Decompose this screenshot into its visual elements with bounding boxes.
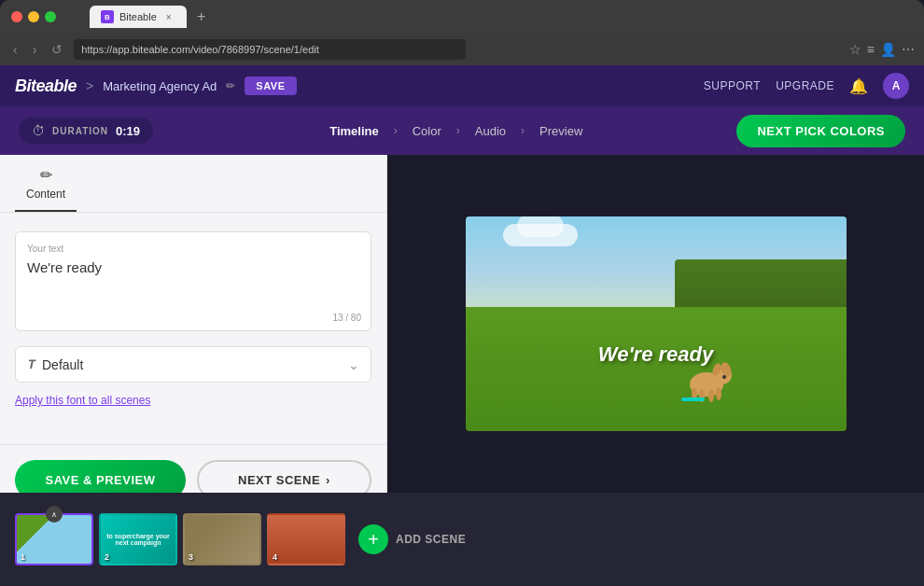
svg-point-7 [708, 389, 714, 402]
browser-window: B Biteable × + ‹ › ↺ ☆ ≡ 👤 ⋯ [0, 0, 924, 65]
thumb-wrapper-4: 4 [267, 513, 345, 565]
thumbnail-4[interactable]: 4 [267, 513, 345, 565]
thumb-num-4: 4 [273, 552, 277, 562]
minimize-traffic-light[interactable] [28, 11, 39, 22]
add-scene-label: ADD SCENE [396, 533, 466, 546]
back-button[interactable]: ‹ [9, 40, 21, 59]
font-name: Default [42, 357, 341, 372]
layers-icon[interactable]: ≡ [867, 42, 875, 57]
panel-tabs: ✏ Content [0, 155, 386, 213]
edit-project-name-icon[interactable]: ✏ [226, 79, 235, 92]
save-header-button[interactable]: SAVE [245, 77, 296, 95]
right-preview-area: We're ready [387, 155, 924, 493]
thumbnails-area: ∧ 1 to supercharge your next campaign 2 … [15, 513, 345, 565]
traffic-lights [11, 11, 56, 22]
thumb-num-2: 2 [105, 552, 109, 562]
thumb-wrapper-2: to supercharge your next campaign 2 [99, 513, 177, 565]
panel-content: Your text 13 / 80 𝙏 Default ⌄ Apply this… [0, 213, 386, 444]
breadcrumb-separator: > [86, 78, 93, 93]
avatar[interactable]: A [883, 73, 909, 99]
browser-tab-active[interactable]: B Biteable × [90, 6, 187, 28]
bookmark-icon[interactable]: ☆ [849, 42, 861, 57]
step-timeline[interactable]: Timeline [315, 124, 394, 138]
duration-label: DURATION [52, 126, 108, 136]
add-scene-plus-icon: + [358, 524, 388, 554]
tab-favicon: B [101, 10, 114, 23]
char-count: 13 / 80 [332, 313, 361, 323]
tab-content-label: Content [26, 188, 65, 201]
step-audio[interactable]: Audio [460, 124, 521, 138]
next-pick-colors-button[interactable]: NeXT PICK COLORS [736, 115, 905, 147]
address-bar: ‹ › ↺ ☆ ≡ 👤 ⋯ [0, 34, 924, 65]
pen-tab-icon: ✏ [40, 166, 52, 184]
forward-button[interactable]: › [29, 40, 41, 59]
next-scene-label: NEXT SCENE [238, 473, 320, 487]
tab-title: Biteable [119, 11, 157, 22]
thumb-wrapper-1: ∧ 1 [15, 513, 93, 565]
support-link[interactable]: SUPPORT [704, 79, 761, 92]
project-name: Marketing Agency Ad [103, 79, 217, 93]
next-scene-arrow-icon: › [326, 473, 330, 487]
clock-icon: ⏱ [32, 123, 45, 138]
scene-overlay-text: We're ready [598, 342, 713, 367]
thumb-num-3: 3 [189, 552, 193, 562]
notification-button[interactable]: 🔔 [849, 77, 868, 95]
thumb-num-1: 1 [21, 552, 25, 562]
tab-bar: B Biteable × + [78, 6, 224, 28]
upgrade-link[interactable]: UPGRADE [776, 79, 834, 92]
browser-actions: ☆ ≡ 👤 ⋯ [849, 42, 915, 57]
save-preview-button[interactable]: SAVE & PREVIEW [15, 460, 186, 493]
workflow-steps: Timeline › Color › Audio › Preview [175, 124, 736, 138]
video-preview: We're ready [466, 216, 847, 431]
thumb-wrapper-3: 3 [183, 513, 261, 565]
refresh-button[interactable]: ↺ [48, 40, 66, 59]
close-traffic-light[interactable] [11, 11, 22, 22]
thumbnail-3[interactable]: 3 [183, 513, 261, 565]
text-input[interactable] [27, 259, 359, 315]
left-panel: ✏ Content Your text 13 / 80 𝙏 Default ⌄ … [0, 155, 387, 493]
browser-titlebar: B Biteable × + [0, 0, 924, 34]
tab-content[interactable]: ✏ Content [15, 155, 77, 212]
scene-grass [466, 307, 847, 431]
font-icon: 𝙏 [27, 356, 35, 372]
duration-badge: ⏱ DURATION 0:19 [19, 118, 153, 144]
app-header: Biteable > Marketing Agency Ad ✏ SAVE SU… [0, 65, 924, 106]
content-row: ✏ Content Your text 13 / 80 𝙏 Default ⌄ … [0, 155, 924, 493]
tab-close-button[interactable]: × [162, 10, 175, 23]
workflow-bar: ⏱ DURATION 0:19 Timeline › Color › Audio… [0, 106, 924, 155]
maximize-traffic-light[interactable] [45, 11, 56, 22]
text-field-group: Your text 13 / 80 [15, 231, 371, 331]
thumb-up-button-1[interactable]: ∧ [46, 506, 63, 523]
svg-rect-9 [681, 398, 705, 401]
font-select[interactable]: 𝙏 Default ⌄ [15, 346, 371, 383]
svg-point-8 [716, 387, 721, 400]
thumb-2-text: to supercharge your next campaign [101, 529, 175, 550]
svg-point-4 [722, 375, 726, 379]
thumbnail-2[interactable]: to supercharge your next campaign 2 [99, 513, 177, 565]
text-field-label: Your text [27, 244, 359, 254]
font-chevron-icon: ⌄ [348, 357, 359, 372]
step-color[interactable]: Color [398, 124, 456, 138]
apply-font-link[interactable]: Apply this font to all scenes [15, 394, 371, 407]
profile-icon[interactable]: 👤 [880, 42, 896, 57]
scene-clouds [503, 224, 578, 246]
new-tab-button[interactable]: + [190, 6, 213, 28]
thumbnail-strip: ∧ 1 to supercharge your next campaign 2 … [0, 493, 924, 586]
app-body: Biteable > Marketing Agency Ad ✏ SAVE SU… [0, 65, 924, 586]
action-buttons: SAVE & PREVIEW NEXT SCENE › [0, 444, 386, 493]
header-right: SUPPORT UPGRADE 🔔 A [704, 73, 909, 99]
duration-value: 0:19 [116, 124, 140, 138]
add-scene-button[interactable]: + ADD SCENE [358, 524, 466, 554]
address-input[interactable] [74, 39, 466, 60]
app-logo: Biteable [15, 77, 77, 96]
step-preview[interactable]: Preview [525, 124, 597, 138]
more-icon[interactable]: ⋯ [902, 42, 915, 57]
next-scene-button[interactable]: NEXT SCENE › [197, 460, 371, 493]
